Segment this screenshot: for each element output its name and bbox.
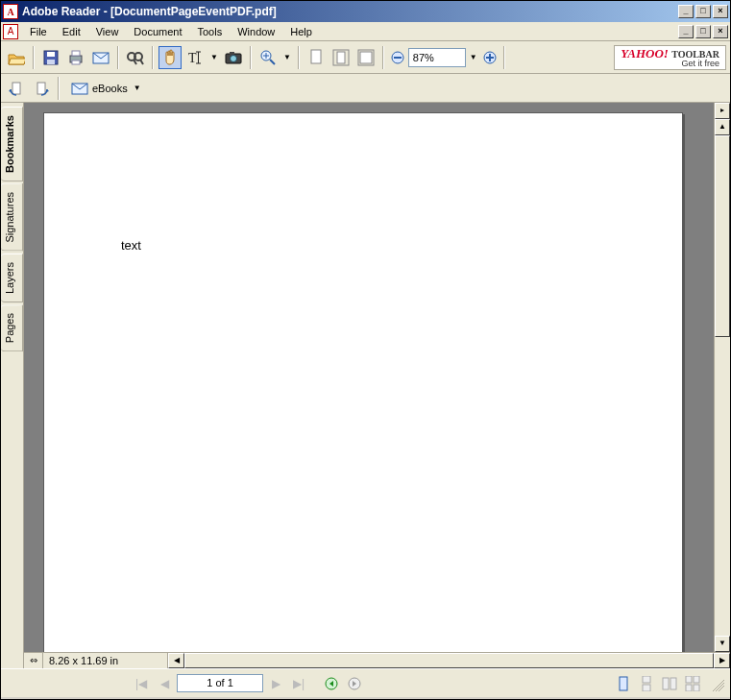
tab-bookmarks[interactable]: Bookmarks — [1, 107, 23, 181]
maximize-button[interactable]: □ — [695, 5, 711, 18]
hand-tool-button[interactable] — [158, 46, 182, 69]
yahoo-toolbar-label: TOOLBAR — [671, 49, 719, 60]
zoom-value: 87% — [413, 52, 434, 63]
menu-file[interactable]: File — [22, 24, 55, 39]
save-button[interactable] — [39, 46, 62, 69]
resize-grip[interactable] — [709, 676, 724, 691]
previous-view-button[interactable] — [321, 674, 342, 693]
snapshot-button[interactable] — [222, 46, 245, 69]
menu-help[interactable]: Help — [282, 24, 320, 39]
navigation-panel-tabs: Bookmarks Signatures Layers Pages — [1, 103, 24, 668]
facing-button[interactable] — [659, 674, 680, 693]
tab-pages[interactable]: Pages — [1, 304, 23, 351]
mdi-window-controls: _ □ × — [678, 25, 728, 38]
main-toolbar: T ▼ ▼ 87% ▼ YAHOO! TOOLBAR Get it free — [1, 41, 730, 74]
rotate-ccw-button[interactable] — [5, 77, 28, 100]
scroll-split-icon[interactable]: ▸ — [715, 103, 730, 119]
document-info-bar: ⇔ 8.26 x 11.69 in ◀ ▶ — [24, 652, 730, 668]
mdi-maximize-button[interactable]: □ — [695, 25, 711, 38]
prev-page-button[interactable]: ◀ — [154, 674, 175, 693]
svg-rect-32 — [686, 676, 692, 683]
tab-layers[interactable]: Layers — [1, 253, 23, 302]
next-page-button[interactable]: ▶ — [265, 674, 286, 693]
menu-tools[interactable]: Tools — [190, 24, 231, 39]
minimize-button[interactable]: _ — [678, 5, 694, 18]
menu-window[interactable]: Window — [230, 24, 282, 39]
tab-signatures[interactable]: Signatures — [1, 183, 23, 252]
sub-toolbar: eBooks ▼ — [1, 74, 730, 103]
svg-rect-29 — [643, 685, 650, 691]
close-button[interactable]: × — [713, 5, 728, 18]
last-page-button[interactable]: ▶| — [288, 674, 309, 693]
document-viewport[interactable]: text — [24, 103, 714, 652]
separator — [382, 46, 384, 69]
status-bar: |◀ ◀ 1 of 1 ▶ ▶| — [1, 668, 730, 697]
scroll-track[interactable] — [715, 135, 730, 636]
actual-size-button[interactable] — [305, 46, 328, 69]
svg-rect-13 — [230, 52, 234, 55]
next-view-button[interactable] — [344, 674, 365, 693]
zoom-out-button[interactable] — [389, 46, 406, 69]
svg-rect-10 — [198, 52, 199, 63]
svg-rect-1 — [47, 52, 55, 57]
svg-point-12 — [230, 55, 236, 61]
zoom-in-plus-button[interactable] — [481, 46, 499, 69]
svg-text:T: T — [188, 51, 197, 65]
search-button[interactable] — [124, 46, 147, 69]
menu-view[interactable]: View — [88, 24, 127, 39]
hscroll-track[interactable] — [184, 653, 714, 668]
pdf-page: text — [43, 112, 683, 652]
zoom-in-button[interactable] — [256, 46, 280, 69]
mdi-close-button[interactable]: × — [713, 25, 728, 38]
first-page-button[interactable]: |◀ — [131, 674, 152, 693]
fit-width-button[interactable] — [354, 46, 378, 69]
single-page-button[interactable] — [613, 674, 634, 693]
separator — [117, 46, 119, 69]
svg-rect-34 — [686, 685, 692, 691]
select-dropdown-icon[interactable]: ▼ — [208, 53, 220, 61]
zoom-dropdown-icon[interactable]: ▼ — [281, 53, 293, 61]
menu-document[interactable]: Document — [126, 24, 189, 39]
svg-rect-27 — [620, 677, 627, 690]
hscroll-right-button[interactable]: ▶ — [714, 653, 730, 668]
rotate-cw-button[interactable] — [30, 77, 53, 100]
horizontal-scrollbar[interactable]: ◀ ▶ — [168, 653, 730, 668]
svg-rect-19 — [360, 52, 372, 63]
document-icon[interactable]: A — [3, 24, 18, 39]
main-area: Bookmarks Signatures Layers Pages text ▸… — [1, 103, 730, 668]
svg-rect-30 — [663, 678, 669, 689]
menu-edit[interactable]: Edit — [55, 24, 88, 39]
page-navigation: |◀ ◀ 1 of 1 ▶ ▶| — [131, 674, 365, 693]
svg-rect-33 — [694, 676, 699, 683]
window-controls: _ □ × — [678, 5, 728, 18]
scroll-up-button[interactable]: ▲ — [715, 119, 730, 135]
yahoo-sub: Get it free — [681, 60, 719, 68]
svg-rect-4 — [72, 51, 80, 56]
hscroll-thumb[interactable] — [184, 653, 714, 668]
vertical-scrollbar[interactable]: ▸ ▲ ▼ — [714, 103, 730, 652]
svg-rect-23 — [37, 83, 45, 94]
print-button[interactable] — [64, 46, 87, 69]
svg-rect-15 — [311, 50, 321, 63]
page-dimensions: 8.26 x 11.69 in — [43, 653, 168, 668]
scroll-down-button[interactable]: ▼ — [715, 636, 730, 652]
document-area: text ▸ ▲ ▼ ⇔ 8.26 x 11.69 in ◀ ▶ — [24, 103, 730, 668]
continuous-facing-button[interactable] — [682, 674, 703, 693]
open-button[interactable] — [5, 46, 28, 69]
email-button[interactable] — [89, 46, 112, 69]
svg-rect-28 — [643, 676, 650, 683]
separator — [250, 46, 252, 69]
fit-page-button[interactable] — [329, 46, 353, 69]
hscroll-left-button[interactable]: ◀ — [168, 653, 184, 668]
zoom-menu-dropdown-icon[interactable]: ▼ — [468, 53, 479, 61]
hscroll-grip-icon[interactable]: ⇔ — [24, 653, 43, 668]
continuous-button[interactable] — [636, 674, 657, 693]
mdi-minimize-button[interactable]: _ — [678, 25, 694, 38]
page-number-input[interactable]: 1 of 1 — [177, 674, 263, 692]
zoom-input[interactable]: 87% — [408, 48, 466, 67]
ebooks-button[interactable]: eBooks ▼ — [64, 78, 150, 99]
yahoo-toolbar-ad[interactable]: YAHOO! TOOLBAR Get it free — [614, 45, 726, 70]
select-text-button[interactable]: T — [183, 46, 207, 69]
scroll-thumb[interactable] — [715, 135, 730, 337]
page-layout-group — [613, 674, 703, 693]
